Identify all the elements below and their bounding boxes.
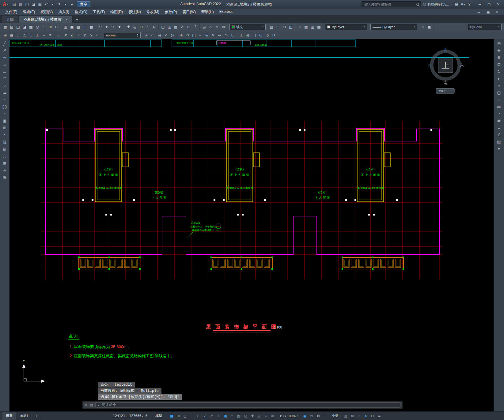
menu-item-12[interactable]: Express: [217, 9, 235, 15]
text-style-combo[interactable]: normal ▲▼: [104, 32, 141, 38]
polyline-icon[interactable]: ∿: [1, 54, 8, 61]
quick-properties-icon[interactable]: ▥: [343, 413, 348, 419]
save-as-icon[interactable]: ◪: [30, 1, 36, 7]
ungroup-icon[interactable]: ⊟: [281, 24, 287, 30]
orbit-icon[interactable]: ↻: [495, 68, 502, 75]
3d-osnap-icon[interactable]: ✚: [249, 413, 255, 419]
workspace-switching-icon[interactable]: ✻: [315, 413, 321, 419]
publish-icon[interactable]: ↥: [41, 24, 47, 30]
array-icon[interactable]: ⊞: [204, 32, 210, 38]
tab-start[interactable]: 开始: [2, 16, 18, 23]
undo-list-icon[interactable]: ▾: [104, 24, 110, 30]
xref-icon[interactable]: ▩: [75, 24, 81, 30]
grid-icon[interactable]: ▦: [169, 413, 174, 419]
menu-item-3[interactable]: 插入(I): [55, 9, 72, 15]
daylight-icon[interactable]: ☼: [207, 24, 214, 30]
lock-ui-icon[interactable]: ⊠: [349, 413, 355, 419]
spline-icon[interactable]: ~: [1, 96, 8, 103]
hatch-fill-combo[interactable]: 填充 ▾: [229, 24, 266, 30]
layout1-tab[interactable]: 布局1: [16, 412, 32, 420]
hatch-icon[interactable]: ▨: [1, 139, 8, 145]
gradient-icon[interactable]: ▧: [1, 146, 8, 152]
autodesk-menu-icon[interactable]: A▾: [460, 1, 466, 7]
polar-icon[interactable]: ∠: [21, 32, 28, 38]
multiline-text-icon[interactable]: A: [1, 167, 8, 173]
showmotion-icon[interactable]: ▸: [495, 75, 502, 82]
redo-history-icon[interactable]: ▾: [63, 1, 69, 7]
3d-views-icon[interactable]: ◇: [264, 32, 270, 38]
compass-south[interactable]: 南: [444, 80, 448, 85]
copy-clip-icon[interactable]: ⊞: [47, 24, 53, 30]
ellipse-icon[interactable]: ◯: [1, 103, 8, 110]
layer-isolate-icon[interactable]: ▦: [316, 24, 322, 30]
lineweight-settings-icon[interactable]: ≡: [420, 24, 426, 30]
insert-block-icon[interactable]: ▣: [1, 118, 8, 124]
spell-check-icon[interactable]: ✓: [163, 32, 169, 38]
menu-item-0[interactable]: 文件(F): [2, 9, 20, 15]
ortho-mode-icon[interactable]: ∟: [195, 413, 201, 419]
pan-icon[interactable]: ✚: [125, 24, 131, 30]
gizmo-icon[interactable]: ⊕: [270, 413, 275, 419]
customize-command-icon[interactable]: ▤: [90, 403, 93, 407]
close-icon[interactable]: ✕: [494, 1, 502, 7]
linetype-combo[interactable]: ——— ByLayer ▾: [370, 24, 417, 30]
annotation-scale-button[interactable]: 1:1 / 100% ▾: [279, 414, 298, 418]
compass-east[interactable]: 东: [460, 63, 464, 68]
doc-restore-icon[interactable]: ▣: [484, 9, 492, 15]
customization-menu-icon[interactable]: ≣: [376, 413, 382, 419]
save-as-icon[interactable]: ◪: [21, 24, 28, 30]
redo-icon[interactable]: ↷: [56, 1, 62, 7]
open-file-icon[interactable]: ▧: [9, 24, 15, 30]
extend-icon[interactable]: ↦: [217, 32, 223, 38]
arc-icon[interactable]: ◠: [1, 75, 8, 82]
otrack-icon[interactable]: ⊥: [216, 413, 222, 419]
viewports-icon[interactable]: ◫: [166, 24, 172, 30]
infer-constraints-icon[interactable]: ◻: [182, 413, 188, 419]
text-style-icon[interactable]: A: [143, 32, 150, 38]
doc-close-icon[interactable]: ✕: [493, 9, 502, 15]
compass-north[interactable]: 北: [444, 47, 448, 52]
region-icon[interactable]: ▢: [1, 153, 8, 159]
osnap-icon[interactable]: ▣: [222, 413, 228, 419]
new-tab-button[interactable]: +: [73, 16, 81, 23]
home-view-icon[interactable]: ⌂: [495, 82, 502, 89]
construction-line-icon[interactable]: ↗: [1, 47, 8, 54]
doc-minimize-icon[interactable]: ─: [475, 9, 483, 15]
draw-order-icon[interactable]: ◫: [288, 24, 294, 30]
new-file-icon[interactable]: ▤: [2, 24, 8, 30]
menu-item-6[interactable]: 绘图(D): [108, 9, 126, 15]
view-top-icon[interactable]: ⊡: [258, 32, 264, 38]
zoom-window-icon[interactable]: ⊡: [138, 24, 144, 30]
orbit-icon[interactable]: ↻: [151, 24, 157, 30]
share-plane-icon[interactable]: ▸: [69, 1, 75, 7]
walk-fly-icon[interactable]: ⇄: [495, 118, 502, 124]
match-color-icon[interactable]: ▧: [268, 24, 275, 30]
view-compass[interactable]: 北 西 上 东 南: [428, 47, 464, 85]
help-icon[interactable]: ?: [192, 24, 198, 30]
dim-linear-icon[interactable]: ↔: [56, 32, 62, 38]
snap-settings-icon[interactable]: ⊞: [2, 32, 8, 38]
camera-icon[interactable]: ◔: [495, 111, 502, 117]
zoom-window-icon[interactable]: ⊡: [495, 61, 502, 68]
minimize-icon[interactable]: ─: [476, 1, 484, 7]
menu-item-1[interactable]: 编辑(E): [20, 9, 38, 15]
ucs-icon[interactable]: ⊥: [238, 32, 244, 38]
revision-cloud-icon[interactable]: ☁: [1, 89, 8, 96]
group-icon[interactable]: ⊞: [275, 24, 281, 30]
find-text-icon[interactable]: ◎: [169, 32, 175, 38]
mtext-icon[interactable]: ▤: [156, 32, 162, 38]
model-space-button[interactable]: 模型: [153, 414, 165, 418]
lineweight-icon[interactable]: ≡: [229, 413, 235, 419]
dyn-input-icon[interactable]: ⌐: [41, 32, 47, 38]
zoom-previous-icon[interactable]: ◔: [145, 24, 151, 30]
dim-angular-icon[interactable]: ∠: [69, 32, 75, 38]
close-tab-icon[interactable]: ✕: [65, 18, 68, 21]
wcs-badge[interactable]: WCS ▾: [436, 88, 454, 93]
annotation-visibility-icon[interactable]: ◉: [302, 413, 308, 419]
menu-item-2[interactable]: 视图(V): [38, 9, 55, 15]
menu-item-9[interactable]: 参数(P): [162, 9, 180, 15]
search-icon[interactable]: [416, 3, 419, 6]
menu-item-7[interactable]: 标注(N): [126, 9, 144, 15]
lineweight-display-icon[interactable]: ≡: [47, 32, 53, 38]
measure-icon[interactable]: ∠: [179, 24, 185, 30]
